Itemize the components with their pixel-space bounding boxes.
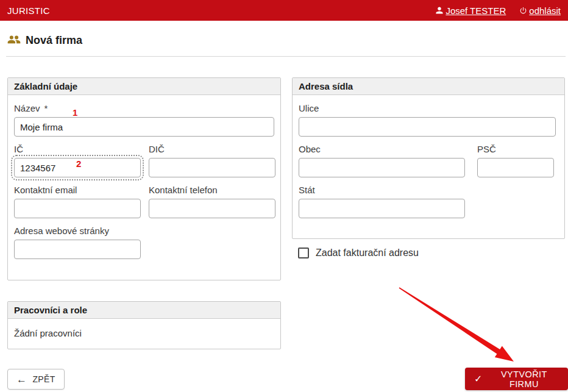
field-dic: DIČ bbox=[149, 144, 275, 177]
check-icon: ✓ bbox=[474, 374, 483, 384]
workers-panel-body: Žádní pracovníci bbox=[8, 319, 280, 347]
user-name: Josef TESTER bbox=[446, 5, 506, 16]
obec-label: Obec bbox=[299, 144, 465, 154]
title-divider bbox=[6, 56, 566, 57]
top-bar-right: Josef TESTER odhlásit bbox=[435, 5, 561, 16]
user-link[interactable]: Josef TESTER bbox=[435, 5, 506, 16]
required-asterisk: * bbox=[44, 103, 48, 113]
logout-link[interactable]: odhlásit bbox=[519, 5, 561, 16]
field-telefon: Kontaktní telefon bbox=[149, 185, 275, 218]
email-label: Kontaktní email bbox=[14, 185, 141, 195]
psc-label: PSČ bbox=[477, 144, 554, 154]
top-bar: JURISTIC Josef TESTER odhlásit bbox=[0, 0, 568, 21]
basic-data-panel: Základní údaje Název* IČ DIČ Kontaktní e… bbox=[7, 77, 281, 280]
create-company-button-label: VYTVOŘIT FIRMU bbox=[489, 369, 559, 389]
field-email: Kontaktní email bbox=[14, 185, 141, 218]
power-icon bbox=[519, 7, 527, 15]
address-panel-header: Adresa sídla bbox=[293, 78, 564, 95]
field-ulice: Ulice bbox=[299, 103, 556, 137]
create-company-button[interactable]: ✓ VYTVOŘIT FIRMU bbox=[465, 368, 568, 390]
billing-address-checkbox-label: Zadat fakturační adresu bbox=[316, 248, 419, 258]
nazev-input[interactable] bbox=[14, 117, 274, 137]
field-ic: IČ bbox=[14, 144, 141, 177]
stat-input[interactable] bbox=[299, 199, 465, 218]
arrow-left-icon: ← bbox=[16, 374, 27, 385]
address-panel-title: Adresa sídla bbox=[299, 81, 353, 91]
back-button[interactable]: ← ZPĚT bbox=[7, 369, 65, 390]
field-obec: Obec bbox=[299, 144, 465, 177]
web-label: Adresa webové stránky bbox=[14, 226, 141, 236]
field-web: Adresa webové stránky bbox=[14, 226, 141, 259]
address-panel-body: Ulice Obec PSČ Stát bbox=[293, 95, 564, 227]
field-stat: Stát bbox=[299, 185, 465, 218]
field-psc: PSČ bbox=[477, 144, 554, 177]
person-icon bbox=[435, 6, 444, 15]
ic-label: IČ bbox=[14, 144, 141, 154]
nazev-label: Název* bbox=[14, 103, 274, 113]
page-title: Nová firma bbox=[26, 34, 82, 47]
workers-panel-header: Pracovníci a role bbox=[8, 302, 280, 319]
ulice-input[interactable] bbox=[299, 117, 556, 137]
dic-input[interactable] bbox=[149, 158, 275, 177]
basic-data-panel-title: Základní údaje bbox=[14, 81, 77, 91]
back-button-label: ZPĚT bbox=[32, 374, 55, 384]
psc-input[interactable] bbox=[477, 158, 554, 177]
workers-panel-title: Pracovníci a role bbox=[14, 305, 87, 315]
logout-label: odhlásit bbox=[529, 5, 561, 16]
web-input[interactable] bbox=[14, 240, 141, 259]
email-input[interactable] bbox=[14, 199, 141, 218]
field-nazev: Název* bbox=[14, 103, 274, 137]
billing-address-checkbox[interactable] bbox=[298, 248, 309, 258]
obec-input[interactable] bbox=[299, 158, 465, 177]
ic-input[interactable] bbox=[14, 158, 141, 177]
annotation-arrow bbox=[393, 280, 521, 369]
ulice-label: Ulice bbox=[299, 103, 556, 113]
dic-label: DIČ bbox=[149, 144, 275, 154]
telefon-label: Kontaktní telefon bbox=[149, 185, 275, 195]
billing-address-checkbox-row[interactable]: Zadat fakturační adresu bbox=[298, 248, 419, 258]
telefon-input[interactable] bbox=[149, 199, 275, 218]
workers-panel: Pracovníci a role Žádní pracovníci bbox=[7, 301, 281, 349]
app-brand: JURISTIC bbox=[7, 5, 50, 16]
address-panel: Adresa sídla Ulice Obec PSČ Stát bbox=[292, 77, 565, 239]
workers-empty-text: Žádní pracovníci bbox=[14, 327, 274, 338]
page-title-bar: Nová firma bbox=[7, 34, 82, 47]
basic-data-panel-body: Název* IČ DIČ Kontaktní email Kontaktní … bbox=[8, 95, 280, 268]
stat-label: Stát bbox=[299, 185, 465, 195]
basic-data-panel-header: Základní údaje bbox=[8, 78, 280, 95]
people-icon bbox=[7, 35, 21, 46]
